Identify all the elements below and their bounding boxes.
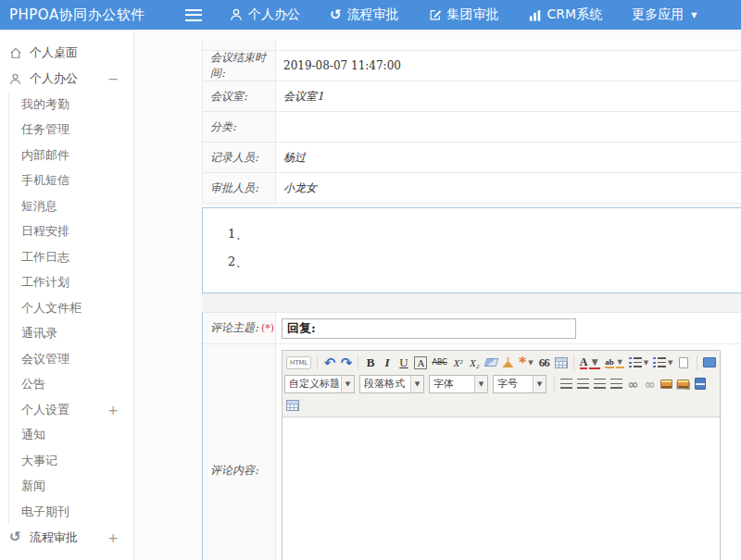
align-justify-icon[interactable] (609, 375, 624, 392)
paragraph-format-select[interactable]: 段落格式 ▼ (359, 375, 424, 393)
collapse-minus-icon[interactable]: − (107, 71, 119, 86)
toolbar-divider (317, 355, 318, 370)
ordered-list-icon[interactable]: ▼ (627, 354, 650, 371)
table-row: 分类: (203, 112, 741, 143)
html-source-button[interactable]: HTML (284, 354, 313, 371)
row-value (276, 112, 741, 142)
nav-personal-office[interactable]: 个人办公 (230, 6, 300, 23)
top-navigation: 个人办公 ↺ 流程审批 集团审批 CRM系统 更多应用 ▼ (230, 6, 697, 23)
bold-button[interactable]: B (362, 354, 378, 371)
toolbar-row-2: 自定义标题 ▼ 段落格式 ▼ 字体 ▼ (284, 373, 718, 394)
comment-subject-input[interactable] (282, 318, 576, 339)
topbar: PHPOA协同办公软件 个人办公 ↺ 流程审批 集团审批 CRM系统 更多应用 (0, 0, 741, 30)
sidebar-item-personal-office[interactable]: 个人办公 − (0, 66, 133, 92)
sidebar-item-label: 任务管理 (21, 121, 69, 138)
sidebar-item-label: 大事记 (21, 453, 57, 469)
sidebar-item-workflow-approval[interactable]: ↺ 流程审批 + (0, 525, 133, 551)
subscript-button[interactable]: X₂ (467, 354, 483, 371)
template-table-icon[interactable] (553, 354, 570, 371)
insert-link-icon[interactable]: ∞ (625, 375, 641, 392)
image-album-icon[interactable] (675, 375, 691, 392)
comment-subject-label: 评论主题: (210, 320, 258, 336)
user-icon (9, 73, 23, 85)
insert-table-icon[interactable] (284, 396, 301, 414)
nav-crm-system[interactable]: CRM系统 (529, 6, 603, 23)
insert-media-icon[interactable] (692, 375, 708, 392)
sidebar-item-major-events[interactable]: 大事记 (9, 448, 133, 474)
unordered-list-icon[interactable]: ▼ (651, 354, 674, 371)
align-left-icon[interactable] (559, 375, 574, 392)
nav-group-approval[interactable]: 集团审批 (429, 6, 499, 23)
cycle-icon: ↺ (330, 8, 342, 22)
new-document-icon[interactable] (675, 354, 691, 371)
sidebar-item-internal-mail[interactable]: 内部邮件 (9, 143, 133, 168)
row-value: 2019-08-07 11:47:00 (276, 51, 741, 81)
user-icon (230, 8, 243, 21)
menu-toggle-icon[interactable] (185, 9, 202, 21)
clear-format-wand-icon[interactable]: *▼ (517, 354, 535, 371)
sidebar-item-my-attendance[interactable]: 我的考勤 (9, 92, 133, 118)
sidebar-item-personal-settings[interactable]: 个人设置 + (9, 397, 133, 423)
font-size-select[interactable]: 字号 ▼ (493, 375, 546, 393)
sidebar-item-e-journal[interactable]: 电子期刊 (9, 499, 133, 525)
sidebar-item-meeting-management[interactable]: 会议管理 (9, 346, 133, 372)
custom-heading-select[interactable]: 自定义标题 ▼ (284, 375, 355, 393)
italic-button[interactable]: I (379, 354, 395, 371)
sidebar-item-contacts[interactable]: 通讯录 (9, 321, 133, 347)
superscript-button[interactable]: X² (450, 354, 466, 371)
insert-image-icon[interactable] (659, 375, 674, 392)
row-value: HTML ↶ ↷ B I U A ABC X² (276, 344, 741, 560)
nav-more-apps[interactable]: 更多应用 ▼ (632, 6, 697, 23)
align-right-icon[interactable] (592, 375, 608, 392)
app-logo[interactable]: PHPOA协同办公软件 (0, 6, 176, 24)
sidebar-item-news[interactable]: 新闻 (9, 474, 133, 500)
fullscreen-icon[interactable] (701, 354, 718, 371)
highlight-color-button[interactable]: ab▼ (603, 354, 625, 371)
caret-down-icon: ▼ (668, 359, 672, 367)
table-row: 会议结束时间: 2019-08-07 11:47:00 (203, 51, 741, 81)
sidebar-item-work-log[interactable]: 工作日志 (9, 244, 133, 270)
sidebar-item-sms[interactable]: 手机短信 (9, 168, 133, 194)
rich-text-editor: HTML ↶ ↷ B I U A ABC X² (282, 350, 721, 560)
table-row: 记录人员: 杨过 (203, 143, 741, 173)
sidebar-item-notice[interactable]: 通知 (9, 423, 133, 449)
sidebar-item-personal-desktop[interactable]: 个人桌面 (0, 40, 133, 66)
home-icon (9, 46, 23, 59)
caret-down-icon: ▼ (533, 376, 546, 392)
nav-workflow-approval[interactable]: ↺ 流程审批 (330, 6, 399, 23)
sidebar-item-label: 我的考勤 (21, 96, 69, 113)
toolbar-divider (697, 355, 697, 370)
font-style-button[interactable]: A (412, 354, 429, 371)
strikethrough-button[interactable]: ABC (430, 354, 448, 371)
content-line: 2、 (228, 254, 741, 281)
underline-button[interactable]: U (396, 354, 411, 371)
sidebar-item-task-management[interactable]: 任务管理 (9, 118, 133, 143)
sidebar-item-schedule[interactable]: 日程安排 (9, 219, 133, 245)
sidebar-item-short-message[interactable]: 短消息 (9, 193, 133, 219)
sidebar-item-work-plan[interactable]: 工作计划 (9, 270, 133, 296)
remove-link-icon[interactable]: ∞ (642, 375, 658, 392)
sidebar-item-label: 内部邮件 (21, 147, 69, 164)
sidebar-item-personal-files[interactable]: 个人文件柜 (9, 295, 133, 321)
font-family-select[interactable]: 字体 ▼ (429, 375, 488, 393)
nav-label: 更多应用 (632, 6, 684, 23)
sidebar-item-label: 新闻 (21, 478, 45, 494)
format-brush-icon[interactable] (500, 354, 516, 371)
expand-plus-icon[interactable]: + (107, 403, 119, 417)
eraser-icon[interactable] (484, 354, 499, 371)
row-value (276, 39, 741, 50)
comment-form: 评论主题: (*) 评论内容: HTML ↶ (202, 312, 741, 560)
expand-plus-icon[interactable]: + (107, 530, 119, 545)
undo-icon[interactable]: ↶ (321, 354, 337, 371)
font-color-button[interactable]: A▼ (578, 354, 603, 371)
blockquote-button[interactable]: 66 (536, 354, 552, 371)
align-center-icon[interactable] (575, 375, 591, 392)
edit-icon (429, 8, 442, 21)
comment-content-label: 评论内容: (203, 344, 276, 560)
main-content: 会议结束时间: 2019-08-07 11:47:00 会议室: 会议室1 分类… (135, 30, 741, 560)
row-label (203, 39, 276, 50)
editor-content-area[interactable] (283, 417, 720, 560)
required-mark: (*) (261, 322, 274, 334)
redo-icon[interactable]: ↷ (338, 354, 354, 371)
sidebar-item-announcement[interactable]: 公告 (9, 372, 133, 398)
